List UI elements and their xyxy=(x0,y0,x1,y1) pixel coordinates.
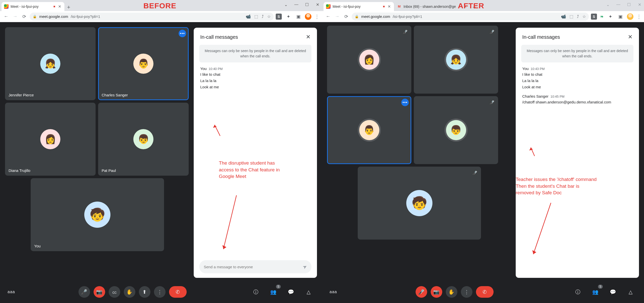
tab-meet[interactable]: Meet - isi-fpui-poy ✕ xyxy=(2,2,64,11)
chat-info-banner: Messages can only be seen by people in t… xyxy=(199,45,311,62)
window-minimize-icon[interactable]: — xyxy=(615,1,622,8)
room-code: aaa xyxy=(8,290,15,294)
meet-bottom-bar: aaa 🎤 📷 ㏄ ✋ ⬆ ⋮ ✆ ⓘ 👥5 💬 △ xyxy=(0,281,322,303)
tab-close-icon[interactable]: ✕ xyxy=(463,4,467,9)
avatar: 👧 xyxy=(40,54,60,74)
participant-tile-selected[interactable]: ••• 👨 Charles Sanger xyxy=(98,27,189,100)
bookmark-icon[interactable]: ☆ xyxy=(267,14,271,19)
message-line: La la la la xyxy=(200,79,310,83)
extension-s-icon[interactable]: S xyxy=(276,14,282,20)
participant-tile[interactable]: 🎤̸ 👦 xyxy=(414,96,498,164)
chat-close-icon[interactable]: ✕ xyxy=(306,34,310,40)
more-options-button[interactable]: ⋮ xyxy=(154,286,166,298)
participant-grid: 👧 Jennifer Pierce ••• 👨 Charles Sanger 👩… xyxy=(0,22,191,303)
participant-tile-self[interactable]: 🎤̸ 🧒 xyxy=(358,167,481,240)
avatar: 👦 xyxy=(446,120,466,140)
bookmark-icon[interactable]: ☆ xyxy=(582,14,586,19)
message-line: Look at me xyxy=(200,85,310,89)
window-maximize-icon[interactable]: ☐ xyxy=(303,1,310,8)
camera-perm-icon[interactable]: 📹 xyxy=(561,14,566,19)
nav-forward-icon[interactable]: → xyxy=(334,13,341,20)
address-bar[interactable]: 🔒 meet.google.com/isi-fpui-poy?pli=1 📹 ⬚… xyxy=(352,13,589,21)
message-time: 10:45 PM xyxy=(550,95,565,98)
tile-menu-icon[interactable]: ••• xyxy=(401,99,409,106)
tab-close-icon[interactable]: ✕ xyxy=(58,4,62,9)
meeting-details-icon[interactable]: ⓘ xyxy=(572,286,584,298)
muted-icon: 🎤̸ xyxy=(488,28,496,36)
nav-back-icon[interactable]: ← xyxy=(325,13,332,20)
new-tab-button[interactable]: + xyxy=(470,4,478,11)
tab-close-icon[interactable]: ✕ xyxy=(387,4,391,9)
window-controls: ⌄ — ☐ ✕ xyxy=(604,1,643,8)
camera-off-button[interactable]: 📷 xyxy=(94,286,105,298)
tab-title: Meet - isi-fpui-poy xyxy=(333,5,360,9)
mic-off-button[interactable]: 🎤̸ xyxy=(416,286,427,298)
nav-reload-icon[interactable]: ⟳ xyxy=(21,13,28,20)
present-button[interactable]: ⬆ xyxy=(139,286,150,298)
participant-name: Jennifer Pierce xyxy=(9,93,34,97)
chrome-menu-icon[interactable]: ⋮ xyxy=(314,14,319,20)
new-tab-button[interactable]: + xyxy=(65,4,72,11)
avatar: 🧒 xyxy=(84,202,110,228)
camera-perm-icon[interactable]: 📹 xyxy=(246,14,251,19)
nav-back-icon[interactable]: ← xyxy=(3,13,10,20)
sidepanel-icon[interactable]: ▣ xyxy=(617,13,624,20)
extensions-puzzle-icon[interactable]: ✦ xyxy=(607,13,614,20)
tab-meet[interactable]: Meet - isi-fpui-poy ✕ xyxy=(324,2,394,11)
chat-toggle-icon[interactable]: 💬 xyxy=(607,286,619,298)
meeting-details-icon[interactable]: ⓘ xyxy=(250,286,262,298)
chat-close-icon[interactable]: ✕ xyxy=(628,34,632,40)
mic-button[interactable]: 🎤 xyxy=(78,286,90,298)
camera-off-button[interactable]: 📷 xyxy=(431,286,442,298)
meet-favicon-icon xyxy=(326,4,331,9)
install-app-icon[interactable]: ⬚ xyxy=(570,14,573,19)
tab-gmail[interactable]: Inbox (69) - shawn.anderson@ge ✕ xyxy=(394,2,470,11)
more-options-button[interactable]: ⋮ xyxy=(461,286,472,298)
install-app-icon[interactable]: ⬚ xyxy=(254,14,258,19)
participant-tile[interactable]: 👧 Jennifer Pierce xyxy=(5,27,96,100)
tile-menu-icon[interactable]: ••• xyxy=(179,30,186,37)
sidepanel-icon[interactable]: ▣ xyxy=(295,13,302,20)
captions-button[interactable]: ㏄ xyxy=(109,286,120,298)
window-minimize-icon[interactable]: — xyxy=(293,1,300,8)
message-time: 10:43 PM xyxy=(531,67,545,71)
participant-tile[interactable]: 🎤̸ 👩 xyxy=(327,26,411,94)
chat-toggle-icon[interactable]: 💬 xyxy=(285,286,297,298)
participant-tile-selected[interactable]: ••• 👨 xyxy=(327,96,411,164)
extension-s-icon[interactable]: S xyxy=(591,14,597,20)
send-icon[interactable]: ➤ xyxy=(301,263,308,270)
activities-icon[interactable]: △ xyxy=(303,286,314,298)
activities-icon[interactable]: △ xyxy=(625,286,636,298)
tab-dropdown-icon[interactable]: ⌄ xyxy=(604,1,611,8)
window-maximize-icon[interactable]: ☐ xyxy=(625,1,632,8)
leave-call-button[interactable]: ✆ xyxy=(476,286,494,298)
extension-leaf-icon[interactable]: ❧ xyxy=(600,14,604,19)
nav-forward-icon[interactable]: → xyxy=(12,13,19,20)
participant-tile[interactable]: 🎤̸ 👧 xyxy=(414,26,498,94)
chat-messages: You10:43 PM I like to chat La la la la L… xyxy=(516,66,639,273)
chat-messages: You10:40 PM I like to chat La la la la L… xyxy=(194,66,317,260)
profile-avatar-icon[interactable] xyxy=(305,13,311,20)
tab-dropdown-icon[interactable]: ⌄ xyxy=(282,1,289,8)
chat-input[interactable] xyxy=(204,265,303,269)
window-close-icon[interactable]: ✕ xyxy=(636,1,643,8)
participant-tile[interactable]: 👩 Diana Trujillo xyxy=(5,103,96,176)
window-close-icon[interactable]: ✕ xyxy=(314,1,321,8)
avatar: 👨 xyxy=(359,120,379,140)
participant-name: Diana Trujillo xyxy=(9,168,30,173)
participant-tile[interactable]: 👦 Pat Paul xyxy=(98,103,189,176)
participant-tile-self[interactable]: 🧒 You xyxy=(31,178,164,251)
share-icon[interactable]: ⤴ xyxy=(262,14,264,19)
extensions-puzzle-icon[interactable]: ✦ xyxy=(285,13,292,20)
raise-hand-button[interactable]: ✋ xyxy=(124,286,135,298)
url-host: meet.google.com xyxy=(39,14,68,19)
profile-avatar-icon[interactable] xyxy=(627,13,633,20)
raise-hand-button[interactable]: ✋ xyxy=(446,286,457,298)
chrome-menu-icon[interactable]: ⋮ xyxy=(636,14,641,20)
share-icon[interactable]: ⤴ xyxy=(577,14,579,19)
nav-reload-icon[interactable]: ⟳ xyxy=(343,13,350,20)
chat-input-bar[interactable]: ➤ xyxy=(199,260,311,273)
leave-call-button[interactable]: ✆ xyxy=(169,286,187,298)
message-line: I like to chat xyxy=(200,72,310,77)
address-bar[interactable]: 🔒 meet.google.com/isi-fpui-poy?pli=1 📹 ⬚… xyxy=(30,13,274,21)
